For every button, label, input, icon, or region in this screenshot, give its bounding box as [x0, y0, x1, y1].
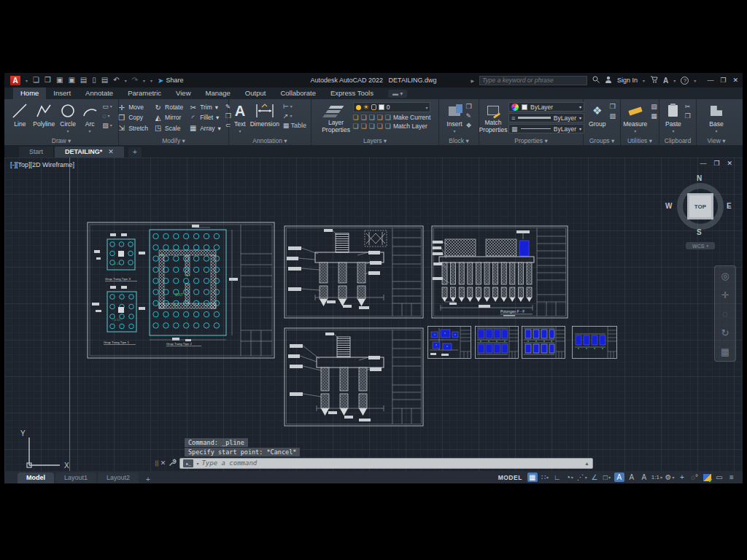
tab-collaborate[interactable]: Collaborate: [273, 88, 323, 99]
array-button[interactable]: ▦Array▾: [189, 124, 221, 133]
hatch-tool-icon[interactable]: ▨ ▾: [102, 122, 112, 129]
command-input[interactable]: [201, 459, 581, 467]
paste-chevron-icon[interactable]: ▾: [672, 128, 674, 133]
text-chevron-icon[interactable]: ▾: [239, 128, 241, 133]
model-space-canvas[interactable]: [-][Top][2D Wireframe] — ❐ ✕ TOP N S W E…: [4, 158, 743, 471]
cut-icon[interactable]: ✂: [685, 103, 691, 110]
file-tab-start[interactable]: Start: [19, 147, 53, 158]
linetype-dropdown[interactable]: ▦ ByLayer ▾: [508, 124, 584, 133]
redo-icon[interactable]: ↷: [132, 77, 138, 84]
customize-qat-icon[interactable]: ▾: [150, 78, 152, 83]
snap-mode-icon[interactable]: ∷▾: [540, 472, 550, 482]
panel-label-draw[interactable]: Draw ▾: [4, 137, 118, 144]
autodesk-account-icon[interactable]: A: [663, 77, 668, 85]
model-space-indicator[interactable]: MODEL: [498, 474, 522, 481]
object-snap-icon[interactable]: □▾: [602, 472, 612, 482]
viewcube-west[interactable]: W: [665, 202, 672, 210]
redo-chevron-icon[interactable]: ▾: [143, 78, 145, 83]
tab-insert[interactable]: Insert: [46, 88, 78, 99]
open-file-icon[interactable]: ❒: [44, 77, 51, 84]
customization-icon[interactable]: +: [677, 472, 687, 482]
panel-label-groups[interactable]: Groups ▾: [584, 137, 620, 144]
search-icon[interactable]: [592, 76, 600, 85]
circle-chevron-icon[interactable]: ▾: [67, 128, 69, 133]
workspace-switching-icon[interactable]: ⚙▾: [665, 472, 675, 482]
tab-view[interactable]: View: [169, 88, 198, 99]
circle-button[interactable]: Circle ▾: [57, 101, 79, 135]
quick-select-icon[interactable]: ▧: [651, 103, 657, 110]
polyline-button[interactable]: Polyline: [31, 101, 57, 135]
graphics-performance-icon[interactable]: [702, 472, 712, 482]
layout-tab-model[interactable]: Model: [18, 472, 54, 483]
tab-manage[interactable]: Manage: [198, 88, 238, 99]
viewport-controls-label[interactable]: [-][Top][2D Wireframe]: [10, 161, 74, 168]
arc-chevron-icon[interactable]: ▾: [89, 128, 91, 133]
autoscale-icon[interactable]: A: [627, 472, 637, 482]
command-expand-icon[interactable]: ▲: [584, 461, 589, 466]
undo-chevron-icon[interactable]: ▾: [125, 78, 127, 83]
panel-label-layers[interactable]: Layers ▾: [311, 137, 438, 144]
dimension-button[interactable]: Dimension: [248, 101, 282, 135]
paste-button[interactable]: Paste ▾: [663, 101, 684, 135]
scale-button[interactable]: ◳Scale: [154, 124, 183, 133]
move-button[interactable]: ✛Move: [117, 103, 148, 112]
panel-label-utilities[interactable]: Utilities ▾: [621, 137, 659, 144]
restore-button[interactable]: ❐: [720, 77, 726, 84]
minimize-button[interactable]: —: [707, 77, 713, 84]
tab-express-tools[interactable]: Express Tools: [323, 88, 381, 99]
file-tab-close-icon[interactable]: ✕: [108, 148, 114, 155]
autodesk-chevron-icon[interactable]: ▾: [673, 78, 676, 83]
viewcube[interactable]: TOP N S W E: [677, 183, 724, 230]
rectangle-tool-icon[interactable]: ▭ ▾: [102, 103, 112, 110]
tab-annotate[interactable]: Annotate: [78, 88, 120, 99]
isolate-objects-icon[interactable]: ◌°: [689, 472, 700, 482]
tab-home[interactable]: Home: [13, 88, 46, 99]
command-prompt-icon[interactable]: ▸_: [183, 459, 193, 467]
match-layer-button[interactable]: ❏❏❏❏❏ Match Layer: [353, 122, 431, 130]
tab-output[interactable]: Output: [238, 88, 274, 99]
linear-dim-icon[interactable]: ⊢ ▾: [283, 103, 306, 110]
stretch-button[interactable]: ⇲Stretch: [117, 124, 148, 133]
layer-properties-button[interactable]: Layer Properties: [320, 101, 353, 135]
lineweight-dropdown[interactable]: ≡ ByLayer ▾: [508, 113, 584, 122]
viewport-restore-icon[interactable]: ❐: [713, 160, 719, 167]
match-properties-button[interactable]: Match Properties: [478, 101, 508, 135]
status-menu-icon[interactable]: ≡: [727, 472, 737, 482]
grid-display-icon[interactable]: ▦: [527, 472, 538, 482]
layout-tab-layout1[interactable]: Layout1: [55, 472, 96, 483]
panel-label-modify[interactable]: Modify ▾: [119, 137, 228, 144]
fillet-button[interactable]: ◜Fillet▾: [189, 113, 221, 122]
sign-in-chevron-icon[interactable]: ▾: [643, 78, 645, 83]
base-button[interactable]: Base ▾: [707, 101, 725, 135]
help-icon[interactable]: ?: [681, 77, 689, 85]
mirror-button[interactable]: ◭Mirror: [154, 113, 183, 122]
mobile-icon[interactable]: ▯: [92, 77, 96, 84]
help-search-input[interactable]: [482, 77, 584, 84]
plot-icon[interactable]: ▤: [80, 77, 87, 84]
object-snap-tracking-icon[interactable]: ∠: [589, 472, 600, 482]
navigation-wheel-icon[interactable]: ◎: [721, 271, 729, 281]
group-button[interactable]: ❖ Group: [587, 101, 608, 135]
annotation-scale-icon[interactable]: A: [639, 472, 649, 482]
annotation-visibility-icon[interactable]: A: [614, 472, 624, 482]
new-drawing-tab-icon[interactable]: +: [128, 147, 142, 158]
block-attrib-icon[interactable]: ❖: [466, 122, 472, 129]
command-drag-handle[interactable]: ⣿: [155, 460, 158, 467]
app-store-cart-icon[interactable]: [650, 76, 658, 85]
leader-icon[interactable]: ↗ ▾: [283, 112, 306, 120]
app-menu-chevron-icon[interactable]: ▾: [26, 78, 28, 83]
table-button[interactable]: ▦ Table: [283, 122, 306, 129]
trim-button[interactable]: ✂Trim▾: [189, 103, 221, 112]
ribbon-display-toggle-icon[interactable]: ▬ ▾: [388, 90, 407, 98]
pan-icon[interactable]: ✛: [721, 289, 729, 300]
save-as-icon[interactable]: ▣: [68, 77, 74, 84]
new-layout-icon[interactable]: +: [140, 475, 156, 483]
share-button[interactable]: ➤Share: [158, 77, 183, 85]
command-recent-chevron-icon[interactable]: ▾: [196, 461, 198, 466]
clean-screen-icon[interactable]: ▭: [714, 472, 724, 482]
zoom-extents-icon[interactable]: ◌: [722, 308, 728, 319]
group-edit-icon[interactable]: ▧: [610, 112, 616, 120]
base-chevron-icon[interactable]: ▾: [715, 128, 717, 133]
rotate-button[interactable]: ↻Rotate: [154, 103, 183, 112]
polar-tracking-icon[interactable]: ◔▾: [565, 472, 575, 482]
